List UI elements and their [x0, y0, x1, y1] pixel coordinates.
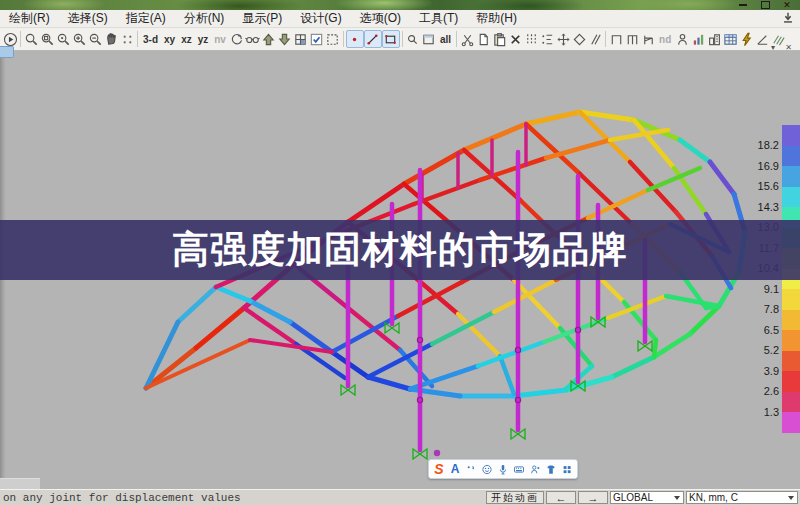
- coord-system-dropdown[interactable]: GLOBAL: [610, 491, 684, 504]
- banner-overlay: 高强度加固材料的市场品牌: [0, 220, 800, 280]
- next-step-button[interactable]: →: [578, 491, 608, 504]
- legend-color-segment: [782, 330, 800, 351]
- truss-frame-icon[interactable]: [640, 30, 656, 48]
- view-options-icon[interactable]: [245, 30, 261, 48]
- menu-item-7[interactable]: 选项(O): [351, 10, 410, 27]
- download-arrow-icon[interactable]: [781, 11, 795, 28]
- latin-mode-icon[interactable]: A: [449, 462, 461, 476]
- legend-color-segment: [782, 412, 800, 433]
- viewport-corner-tab[interactable]: [0, 46, 14, 58]
- zoom-in-icon[interactable]: [71, 30, 87, 48]
- delete-icon[interactable]: [507, 30, 523, 48]
- close-button[interactable]: ✕: [780, 1, 794, 9]
- copy-icon[interactable]: [475, 30, 491, 48]
- legend-color-segment: [782, 392, 800, 413]
- titlebar-wallpaper: ✕: [0, 0, 800, 10]
- paste-icon[interactable]: [491, 30, 507, 48]
- legend-color-segment: [782, 166, 800, 187]
- minimize-button[interactable]: [736, 1, 750, 9]
- select-all-button[interactable]: all: [437, 30, 454, 48]
- menu-item-9[interactable]: 帮助(H): [467, 10, 526, 27]
- menu-item-8[interactable]: 工具(T): [410, 10, 467, 27]
- ime-toolbar: SA: [428, 459, 578, 479]
- joint-pattern-icon[interactable]: [539, 30, 555, 48]
- parallel-lines-icon[interactable]: [587, 30, 603, 48]
- pan-icon[interactable]: [103, 30, 119, 48]
- menu-item-1[interactable]: 绘制(R): [0, 10, 59, 27]
- handwriting-icon[interactable]: [529, 462, 541, 476]
- rotate-view-icon[interactable]: [229, 30, 245, 48]
- grid-lines-icon[interactable]: [523, 30, 539, 48]
- menu-item-4[interactable]: 分析(N): [175, 10, 234, 27]
- sap2000-window: ✕ 绘制(R)选择(S)指定(A)分析(N)显示(P)设计(G)选项(O)工具(…: [0, 0, 800, 505]
- punctuation-icon[interactable]: [465, 462, 477, 476]
- snap-window-icon[interactable]: [421, 30, 437, 48]
- show-tables-icon[interactable]: [722, 30, 738, 48]
- menu-item-2[interactable]: 选择(S): [59, 10, 117, 27]
- toolbar-separator: [343, 31, 344, 47]
- angle-tool-icon[interactable]: [754, 30, 770, 48]
- start-animation-button[interactable]: 开始动画: [486, 491, 544, 504]
- object-shrink-icon[interactable]: [293, 30, 309, 48]
- draw-frame-icon[interactable]: [364, 30, 382, 48]
- legend-color-segment: [782, 146, 800, 167]
- toolbar-separator: [20, 31, 21, 47]
- legend-value: 9.1: [739, 283, 779, 295]
- view-3d-button[interactable]: 3-d: [140, 30, 161, 48]
- move-up-in-list-icon[interactable]: [261, 30, 277, 48]
- legend-value: 3.9: [739, 365, 779, 377]
- maximize-button[interactable]: [758, 1, 772, 9]
- viewport-mini-controls[interactable]: ▾ ✕: [771, 43, 796, 52]
- braced-frame-icon[interactable]: [624, 30, 640, 48]
- rubber-band-zoom-icon[interactable]: [23, 30, 39, 48]
- draw-area-icon[interactable]: [382, 30, 400, 48]
- zoom-select-icon[interactable]: [405, 30, 421, 48]
- legend-color-segment: [782, 187, 800, 208]
- move-objects-icon[interactable]: [555, 30, 571, 48]
- legend-color-segment: [782, 371, 800, 392]
- menu-item-3[interactable]: 指定(A): [117, 10, 175, 27]
- view-xy-button[interactable]: xy: [161, 30, 178, 48]
- chart-tool-icon[interactable]: [690, 30, 706, 48]
- legend-value: 16.9: [739, 160, 779, 172]
- soft-keyboard-icon[interactable]: [513, 462, 525, 476]
- assign-icon[interactable]: [571, 30, 587, 48]
- legend-value: 7.8: [739, 303, 779, 315]
- display-options-check-icon[interactable]: [309, 30, 325, 48]
- perspective-toggle-icon[interactable]: [119, 30, 135, 48]
- restore-full-view-icon[interactable]: [39, 30, 55, 48]
- zoom-out-icon[interactable]: [87, 30, 103, 48]
- menu-bar: 绘制(R)选择(S)指定(A)分析(N)显示(P)设计(G)选项(O)工具(T)…: [0, 10, 800, 28]
- prev-step-button[interactable]: ←: [546, 491, 576, 504]
- toolbar-separator: [137, 31, 138, 47]
- portal-frame-icon[interactable]: [608, 30, 624, 48]
- skin-icon[interactable]: [545, 462, 557, 476]
- cut-icon[interactable]: [459, 30, 475, 48]
- toolbar-separator: [402, 31, 403, 47]
- sogou-logo-icon[interactable]: S: [433, 462, 445, 476]
- status-bar: on any joint for displacement values 开始动…: [0, 489, 800, 505]
- view-yz-button[interactable]: yz: [195, 30, 212, 48]
- legend-value: 6.5: [739, 324, 779, 336]
- quick-run-icon[interactable]: [738, 30, 754, 48]
- view-xz-button[interactable]: xz: [178, 30, 195, 48]
- select-mode-icon[interactable]: [325, 30, 341, 48]
- wizard-icon[interactable]: [674, 30, 690, 48]
- draw-point-icon[interactable]: [346, 30, 364, 48]
- legend-value: 15.6: [739, 180, 779, 192]
- toolbox-icon[interactable]: [561, 462, 573, 476]
- coord-system-value: GLOBAL: [613, 492, 653, 503]
- previous-zoom-icon[interactable]: [55, 30, 71, 48]
- toolbar: 3-dxyxzyznvallnd: [0, 28, 800, 51]
- status-message: on any joint for displacement values: [0, 492, 486, 504]
- building-tool-icon[interactable]: [706, 30, 722, 48]
- menu-item-6[interactable]: 设计(G): [291, 10, 350, 27]
- legend-value: 2.6: [739, 385, 779, 397]
- menu-item-5[interactable]: 显示(P): [233, 10, 291, 27]
- move-down-in-list-icon[interactable]: [277, 30, 293, 48]
- units-dropdown[interactable]: KN, mm, C: [686, 491, 798, 504]
- voice-input-icon[interactable]: [497, 462, 509, 476]
- nd-label: nd: [656, 30, 674, 48]
- emoji-icon[interactable]: [481, 462, 493, 476]
- toolbar-separator: [605, 31, 606, 47]
